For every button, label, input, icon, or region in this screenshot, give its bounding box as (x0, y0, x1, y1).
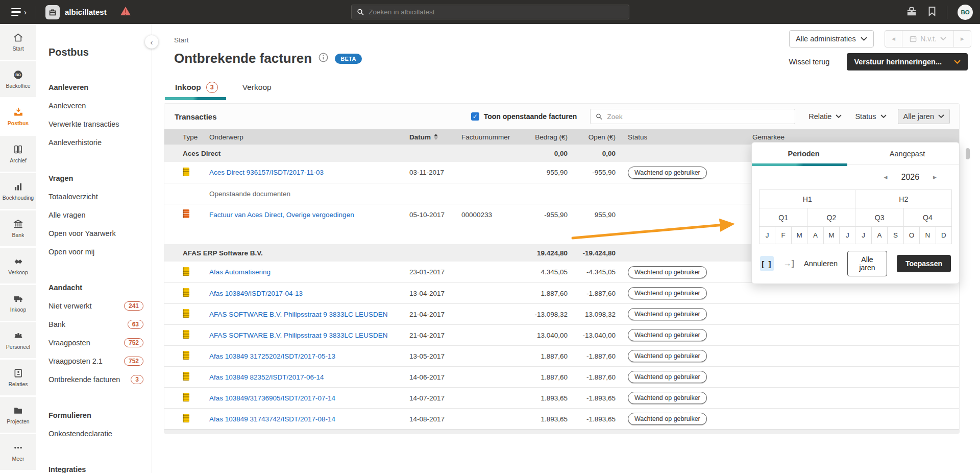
month-cell-7[interactable]: J (855, 227, 871, 244)
sidebar-item-onkostendeclaratie[interactable]: Onkostendeclaratie (48, 424, 152, 443)
rail-item-boekhouding[interactable]: Boekhouding (0, 173, 36, 209)
invoice-link[interactable]: Afas 103849 31743742/ISDT/2017-08-14 (209, 415, 409, 423)
dp-tab-aangepast[interactable]: Aangepast (855, 143, 959, 164)
quarter-cell-q3[interactable]: Q3 (855, 208, 903, 227)
cancel-button[interactable]: Annuleren (804, 259, 838, 268)
wissel-terug-link[interactable]: Wissel terug (789, 58, 830, 66)
rail-item-archief[interactable]: Archief (0, 136, 36, 172)
sidebar-item-bank[interactable]: Bank63 (48, 315, 152, 334)
warning-icon[interactable] (120, 6, 131, 18)
verstuur-herinneringen-button[interactable]: Verstuur herinneringen... (847, 53, 968, 70)
rail-item-label: Personeel (6, 344, 30, 350)
sidebar-item-ontbrekende-facturen[interactable]: Ontbrekende facturen3 (48, 370, 152, 389)
rail-item-postbus[interactable]: Postbus (0, 99, 36, 134)
global-search-input[interactable] (369, 8, 624, 16)
quarter-cell-q1[interactable]: Q1 (760, 208, 807, 227)
period-select[interactable]: N.v.t. (902, 31, 954, 47)
administration-select[interactable]: Alle administraties (789, 30, 874, 48)
invoice-link[interactable]: AFAS SOFTWARE B.V. Philipsstraat 9 3833L… (209, 311, 409, 318)
rail-item-projecten[interactable]: Projecten (0, 397, 36, 433)
sidebar-item-vraagposten[interactable]: Vraagposten752 (48, 334, 152, 352)
open-invoices-checkbox[interactable]: ✓ Toon openstaande facturen (471, 112, 577, 121)
previous-period-button[interactable]: ◀ (885, 31, 902, 47)
sidebar-item-totaaloverzicht[interactable]: Totaaloverzicht (48, 187, 152, 206)
hamburger-icon (11, 8, 21, 16)
all-years-button[interactable]: Alle jaren (847, 251, 887, 276)
relatie-filter[interactable]: Relatie (808, 112, 842, 121)
sidebar-item-aanleveren[interactable]: Aanleveren (48, 97, 152, 115)
month-cell-8[interactable]: A (872, 227, 888, 244)
info-icon[interactable] (318, 53, 328, 64)
rail-item-verkoop[interactable]: Verkoop (0, 248, 36, 283)
sidebar-collapse-button[interactable]: ‹ (145, 35, 158, 49)
to-end-mode-toggle[interactable]: →] (783, 259, 794, 268)
half-cell-h1[interactable]: H1 (760, 190, 855, 208)
month-cell-12[interactable]: D (936, 227, 952, 244)
tab-verkoop[interactable]: Verkoop (241, 82, 273, 100)
month-cell-9[interactable]: S (888, 227, 903, 244)
sidebar-item-aanleverhistorie[interactable]: Aanleverhistorie (48, 133, 152, 152)
sidebar-item-label: Ontbrekende facturen (48, 375, 120, 384)
table-search-input[interactable] (607, 113, 790, 121)
month-cell-10[interactable]: O (904, 227, 920, 244)
type-cell (183, 168, 209, 178)
years-filter[interactable]: Alle jaren (898, 109, 950, 124)
bedrag-cell: -955,90 (530, 211, 568, 219)
rail-item-start[interactable]: Start (0, 24, 36, 60)
month-cell-1[interactable]: J (760, 227, 775, 244)
datum-cell: 13-04-2017 (409, 290, 461, 297)
month-cell-4[interactable]: A (807, 227, 823, 244)
sidebar-item-niet-verwerkt[interactable]: Niet verwerkt241 (48, 297, 152, 315)
month-cell-6[interactable]: J (840, 227, 855, 244)
invoice-link[interactable]: Afas 103849 82352/ISDT/2017-06-14 (209, 373, 409, 381)
status-cell: Wachtend op gebruiker (616, 413, 752, 425)
half-cell-h2[interactable]: H2 (855, 190, 952, 208)
tab-inkoop[interactable]: Inkoop 3 (174, 82, 219, 100)
toolbox-icon[interactable] (906, 6, 917, 18)
status-cell: Wachtend op gebruiker (616, 350, 752, 362)
quarter-cell-q2[interactable]: Q2 (807, 208, 855, 227)
rail-item-personeel[interactable]: Personeel (0, 322, 36, 358)
datum-cell: 05-10-2017 (409, 211, 461, 219)
rail-item-inkoop[interactable]: Inkoop (0, 285, 36, 321)
sidebar-item-verwerkte-transacties[interactable]: Verwerkte transacties (48, 115, 152, 133)
next-year-button[interactable]: ▶ (933, 175, 937, 180)
column-header-factuurnummer: Factuurnummer (461, 133, 530, 141)
month-cell-11[interactable]: N (920, 227, 936, 244)
next-period-button[interactable]: ▶ (954, 31, 971, 47)
invoice-link[interactable]: Afas 103849/ISDT/2017-04-13 (209, 290, 409, 297)
global-search[interactable] (351, 5, 629, 19)
scrollbar-thumb[interactable] (966, 148, 970, 159)
rail-item-bank[interactable]: Bank (0, 210, 36, 246)
invoice-link[interactable]: AFAS SOFTWARE B.V. Philipsstraat 9 3833L… (209, 332, 409, 339)
column-header-datum[interactable]: Datum (409, 133, 461, 141)
month-cell-2[interactable]: F (775, 227, 791, 244)
quarter-cell-q4[interactable]: Q4 (904, 208, 952, 227)
sidebar-item-open-voor-mij[interactable]: Open voor mij (48, 243, 152, 261)
rail-item-relaties[interactable]: Relaties (0, 360, 36, 395)
invoice-link[interactable]: Afas Automatisering (209, 268, 409, 276)
bedrag-cell: -13.098,32 (530, 311, 568, 318)
sidebar-item-alle-vragen[interactable]: Alle vragen (48, 206, 152, 224)
status-filter[interactable]: Status (855, 112, 886, 121)
month-cell-3[interactable]: M (792, 227, 807, 244)
dp-tab-perioden[interactable]: Perioden (752, 143, 855, 164)
sidebar-item-vraagposten-2-1[interactable]: Vraagposten 2.1752 (48, 352, 152, 370)
invoice-link[interactable]: Afas 103849 31725202/ISDT/2017-05-13 (209, 352, 409, 360)
table-search[interactable] (590, 109, 795, 124)
bookmark-icon[interactable] (927, 6, 937, 18)
app-logo[interactable] (45, 5, 60, 19)
month-cell-5[interactable]: M (824, 227, 840, 244)
sidebar-item-open-voor-yaarwerk[interactable]: Open voor Yaarwerk (48, 224, 152, 243)
sidebar-section-header: Integraties (48, 460, 152, 473)
rail-item-meer[interactable]: Meer (0, 434, 36, 470)
apply-button[interactable]: Toepassen (897, 255, 951, 272)
invoice-link[interactable]: Aces Direct 936157/ISDT/2017-11-03 (209, 169, 409, 176)
rail-item-backoffice[interactable]: BOBackoffice (0, 61, 36, 97)
invoice-link[interactable]: Afas 103849/31736905/ISDT/2017-07-14 (209, 394, 409, 402)
user-avatar[interactable]: BO (958, 5, 973, 20)
menu-toggle-button[interactable]: › (11, 8, 27, 16)
invoice-link[interactable]: Factuur van Aces Direct, Overige vergoed… (209, 211, 409, 219)
previous-year-button[interactable]: ◀ (884, 175, 888, 180)
range-mode-toggle[interactable]: [ ] (760, 256, 774, 271)
